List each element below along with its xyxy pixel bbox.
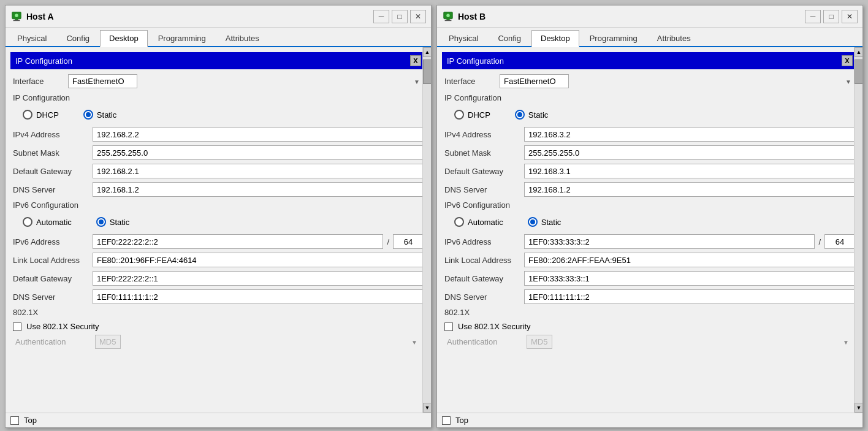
host-b-interface-select[interactable]: FastEthernetO — [500, 74, 569, 88]
host-a-static-label: Static — [97, 110, 117, 120]
host-a-minimize[interactable]: ─ — [373, 10, 389, 23]
host-a-maximize[interactable]: □ — [392, 10, 408, 23]
host-a-link-local-row: Link Local Address — [10, 253, 426, 267]
host-b-close[interactable]: ✕ — [842, 10, 858, 23]
tab-host-b-physical[interactable]: Physical — [440, 30, 487, 46]
host-a-ipv6-prefix-input[interactable] — [393, 234, 424, 249]
host-a-scrollbar[interactable]: ▲ ▼ — [422, 47, 431, 413]
host-a-subnet-input[interactable] — [93, 145, 424, 160]
host-b-ipv6-addr-label: IPv6 Address — [444, 237, 524, 246]
host-b-ipv6-gateway-input[interactable] — [524, 271, 855, 286]
host-a-scroll-down[interactable]: ▼ — [423, 403, 431, 413]
host-b-ipv4-input[interactable] — [524, 127, 855, 142]
host-a-ipv4-label: IPv4 Address — [13, 130, 93, 139]
host-b-dns-input[interactable] — [524, 182, 855, 197]
host-a-panel-title: IP Configuration — [15, 56, 72, 66]
host-a-interface-select-wrapper: FastEthernetO — [68, 74, 424, 88]
host-b-panel-close[interactable]: X — [842, 55, 853, 66]
host-b-scrollbar[interactable]: ▲ ▼ — [854, 47, 862, 413]
host-a-title: Host A — [26, 12, 54, 21]
host-b-ipv6-prefix-input[interactable] — [824, 234, 855, 249]
host-b-ipv6-static-circle — [528, 217, 538, 227]
host-a-close[interactable]: ✕ — [410, 10, 426, 23]
host-b-bottom-bar: Top — [437, 413, 862, 427]
host-a-tabs: Physical Config Desktop Programming Attr… — [6, 28, 431, 47]
host-a-ipv6-addr-label: IPv6 Address — [13, 237, 93, 246]
host-a-ipv4-input[interactable] — [93, 127, 424, 142]
host-a-top-checkbox[interactable] — [10, 416, 19, 425]
host-b-window: Host B ─ □ ✕ Physical Config Desktop Pro… — [436, 5, 863, 428]
host-b-auto-radio[interactable]: Automatic — [454, 217, 503, 227]
tab-host-b-desktop[interactable]: Desktop — [531, 30, 579, 47]
host-a-scroll-thumb[interactable] — [423, 59, 431, 84]
host-b-ip-config-section: IP Configuration — [444, 93, 855, 102]
host-b-link-local-input[interactable] — [524, 253, 855, 267]
host-a-gateway-input[interactable] — [93, 164, 424, 178]
host-b-controls: ─ □ ✕ — [805, 10, 858, 23]
tab-host-b-programming[interactable]: Programming — [581, 30, 647, 46]
host-b-interface-select-wrapper: FastEthernetO — [500, 74, 855, 88]
tab-host-b-attributes[interactable]: Attributes — [648, 30, 700, 46]
host-b-scroll-thumb[interactable] — [855, 59, 862, 84]
host-a-gateway-label: Default Gateway — [13, 167, 93, 176]
host-b-top-checkbox[interactable] — [442, 416, 451, 425]
host-b-use-ieee-row[interactable]: Use 802.1X Security — [444, 322, 855, 331]
host-a-dhcp-radio[interactable]: DHCP — [23, 110, 59, 120]
host-a-ieee-checkbox[interactable] — [13, 322, 21, 331]
tab-host-a-physical[interactable]: Physical — [8, 30, 56, 46]
tab-host-a-attributes[interactable]: Attributes — [216, 30, 268, 46]
host-b-static-radio[interactable]: Static — [515, 110, 549, 120]
host-a-interface-select[interactable]: FastEthernetO — [68, 74, 137, 88]
host-a-dns-input[interactable] — [93, 182, 424, 197]
host-b-ipv6-gateway-label: Default Gateway — [444, 274, 524, 283]
host-b-ipv6-dns-row: DNS Server — [442, 289, 858, 304]
host-b-scroll-down[interactable]: ▼ — [855, 403, 862, 413]
host-b-ipv6-gateway-row: Default Gateway — [442, 271, 858, 286]
host-b-subnet-input[interactable] — [524, 145, 855, 160]
host-b-minimize[interactable]: ─ — [805, 10, 821, 23]
host-a-ipv6-dns-input[interactable] — [93, 289, 424, 304]
host-a-ipv6-slash: / — [383, 237, 393, 246]
host-a-auto-circle — [23, 217, 32, 227]
host-a-window: Host A ─ □ ✕ Physical Config Desktop Pro… — [5, 5, 432, 428]
host-a-ipv6-addr-input[interactable] — [93, 234, 383, 249]
host-a-static-radio[interactable]: Static — [83, 110, 117, 120]
host-b-auth-label: Authentication — [447, 337, 527, 346]
host-a-auto-radio[interactable]: Automatic — [23, 217, 72, 227]
host-a-title-bar: Host A ─ □ ✕ — [6, 6, 431, 28]
host-a-dns-label: DNS Server — [13, 185, 93, 194]
tab-host-b-config[interactable]: Config — [489, 30, 530, 46]
host-a-scroll-up[interactable]: ▲ — [423, 47, 431, 57]
host-b-dhcp-radio[interactable]: DHCP — [454, 110, 490, 120]
host-b-auto-label: Automatic — [468, 218, 503, 227]
host-b-tabs: Physical Config Desktop Programming Attr… — [437, 28, 862, 47]
host-b-ipv6-addr-input[interactable] — [524, 234, 815, 249]
host-a-bottom-bar: Top — [6, 413, 431, 427]
host-b-maximize[interactable]: □ — [823, 10, 839, 23]
host-b-ipv6-dns-input[interactable] — [524, 289, 855, 304]
host-b-ieee-checkbox[interactable] — [444, 322, 453, 331]
host-a-ipv6-gateway-input[interactable] — [93, 271, 424, 286]
host-a-panel-header: IP Configuration X — [10, 52, 426, 69]
host-b-auth-select[interactable]: MD5 — [527, 335, 552, 349]
tab-host-a-programming[interactable]: Programming — [149, 30, 215, 46]
host-a-ipv6-radio-row: Automatic Static — [10, 215, 426, 229]
host-a-auth-select[interactable]: MD5 — [95, 335, 121, 349]
host-b-gateway-input[interactable] — [524, 164, 855, 178]
host-a-panel-close[interactable]: X — [410, 55, 421, 66]
host-a-interface-label: Interface — [13, 77, 68, 86]
tab-host-a-desktop[interactable]: Desktop — [100, 30, 148, 47]
host-a-use-ieee-row[interactable]: Use 802.1X Security — [13, 322, 424, 331]
host-b-ipv6-dns-label: DNS Server — [444, 292, 524, 302]
host-a-ipv6-section: IPv6 Configuration — [13, 200, 424, 210]
host-b-title: Host B — [458, 12, 485, 21]
host-a-controls: ─ □ ✕ — [373, 10, 426, 23]
host-a-link-local-label: Link Local Address — [13, 256, 93, 265]
host-a-link-local-input[interactable] — [93, 253, 424, 267]
host-b-scroll-up[interactable]: ▲ — [855, 47, 862, 57]
host-a-ipv6-static-radio[interactable]: Static — [96, 217, 130, 227]
host-a-ip-config-section: IP Configuration — [13, 93, 424, 102]
host-b-interface-row: Interface FastEthernetO — [442, 74, 858, 88]
host-b-ipv6-static-radio[interactable]: Static — [528, 217, 562, 227]
tab-host-a-config[interactable]: Config — [57, 30, 99, 46]
